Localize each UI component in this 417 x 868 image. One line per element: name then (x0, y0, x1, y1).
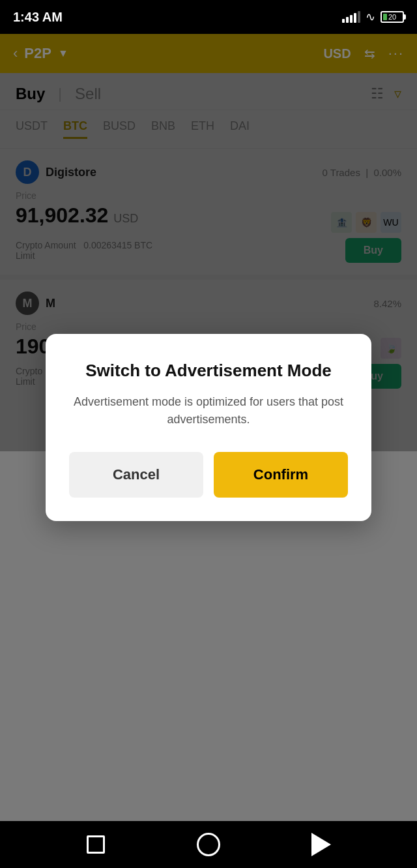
status-time: 1:43 AM (13, 10, 63, 25)
advertisement-modal: Switch to Advertisement Mode Advertiseme… (46, 334, 371, 522)
modal-buttons: Cancel Confirm (69, 452, 348, 498)
battery-icon: 20 (381, 11, 404, 23)
status-bar: 1:43 AM ∿ 20 (0, 0, 417, 34)
nav-back-button[interactable] (309, 833, 333, 856)
modal-description: Advertisement mode is optimized for user… (69, 393, 348, 428)
nav-square-button[interactable] (84, 833, 108, 856)
status-icons: ∿ 20 (342, 10, 404, 24)
triangle-icon (311, 833, 331, 856)
modal-overlay[interactable]: Switch to Advertisement Mode Advertiseme… (0, 34, 417, 821)
wifi-icon: ∿ (366, 10, 375, 24)
modal-title: Switch to Advertisement Mode (69, 360, 348, 382)
battery-level: 20 (388, 13, 396, 21)
confirm-button[interactable]: Confirm (214, 452, 348, 498)
bottom-nav (0, 821, 417, 868)
app-wrapper: ‹ P2P ▼ USD ⇆ ··· Buy | Sell ☷ ▿ USDT BT… (0, 34, 417, 821)
circle-icon (197, 833, 220, 856)
signal-icon (342, 11, 360, 23)
square-icon (87, 835, 105, 854)
nav-home-button[interactable] (197, 833, 220, 856)
cancel-button[interactable]: Cancel (69, 452, 203, 498)
